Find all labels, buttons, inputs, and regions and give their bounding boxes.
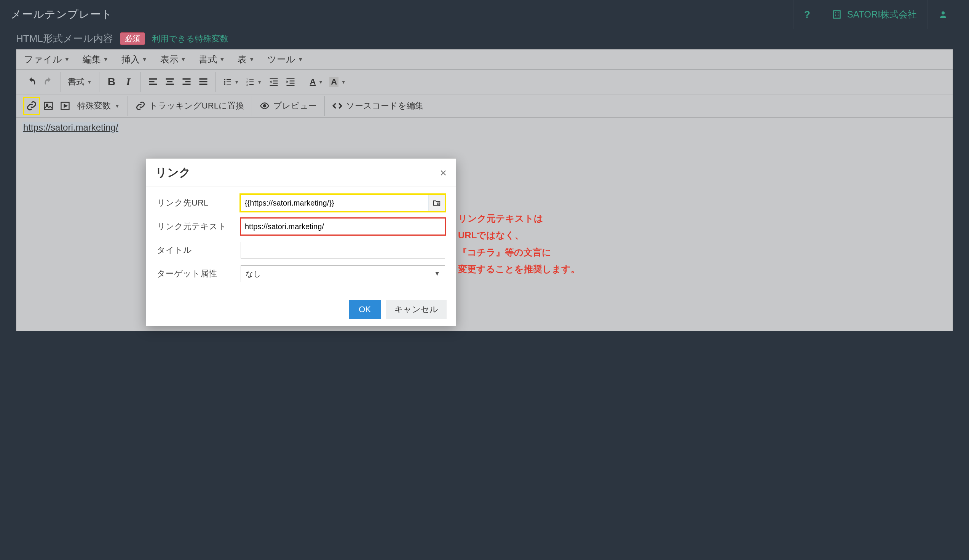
building-icon (832, 10, 842, 20)
svg-rect-27 (250, 79, 253, 80)
insert-media-button[interactable] (57, 97, 73, 115)
company-selector[interactable]: SATORI株式会社 (821, 0, 927, 29)
bold-button[interactable]: B (103, 73, 120, 90)
topbar-actions: ? SATORI株式会社 (793, 0, 958, 29)
svg-point-22 (224, 81, 225, 83)
dialog-footer: OK キャンセル (146, 293, 456, 326)
svg-rect-29 (250, 81, 253, 82)
indent-button[interactable] (282, 73, 299, 90)
svg-rect-16 (182, 84, 190, 85)
format-dropdown-label: 書式 (68, 76, 85, 88)
target-value: なし (246, 269, 261, 279)
media-icon (60, 100, 70, 111)
target-select[interactable]: なし ▼ (241, 265, 445, 282)
format-dropdown[interactable]: 書式▼ (65, 73, 95, 90)
redo-icon (43, 76, 54, 87)
text-color-button[interactable]: A ▼ (307, 73, 327, 90)
chevron-down-icon: ▼ (434, 270, 440, 277)
bullet-list-button[interactable]: ▼ (220, 73, 243, 90)
svg-rect-34 (273, 83, 278, 83)
chevron-down-icon: ▼ (318, 79, 323, 85)
align-justify-button[interactable] (195, 73, 212, 90)
number-list-button[interactable]: 123▼ (243, 73, 265, 90)
svg-rect-9 (149, 81, 154, 83)
svg-point-7 (942, 12, 945, 15)
svg-rect-10 (149, 84, 157, 85)
number-list-icon: 123 (246, 77, 255, 86)
menu-tools[interactable]: ツール▼ (267, 53, 303, 65)
chevron-down-icon: ▼ (219, 56, 225, 62)
chevron-down-icon: ▼ (181, 56, 186, 62)
editor-toolbar-2: 特殊変数▼ トラッキングURLに置換 プレビュー ソースコードを編集 (17, 95, 952, 118)
menu-view[interactable]: 表示▼ (160, 53, 186, 65)
menu-insert[interactable]: 挿入▼ (122, 53, 147, 65)
special-vars-link[interactable]: 利用できる特殊変数 (152, 33, 228, 45)
svg-rect-23 (226, 81, 231, 82)
svg-point-20 (224, 79, 225, 80)
dialog-body: リンク先URL リンク元テキスト タイトル (146, 187, 456, 293)
svg-rect-38 (290, 83, 294, 83)
svg-text:2: 2 (246, 81, 248, 83)
svg-rect-31 (250, 84, 253, 85)
link-dialog: リンク × リンク先URL リンク元テキスト タイトル (146, 158, 456, 326)
special-vars-dropdown[interactable]: 特殊変数▼ (73, 97, 124, 115)
chevron-down-icon: ▼ (64, 56, 70, 62)
annotation-line: 『コチラ』等の文言に (458, 244, 580, 261)
bullet-list-icon (223, 77, 232, 86)
menu-table[interactable]: 表▼ (238, 53, 254, 65)
code-icon (332, 101, 342, 111)
bg-color-icon: A (330, 77, 338, 87)
svg-rect-37 (290, 81, 294, 81)
redo-button[interactable] (40, 73, 57, 90)
undo-button[interactable] (23, 73, 40, 90)
link-icon (26, 100, 37, 111)
editor-menubar: ファイル▼ 編集▼ 挿入▼ 表示▼ 書式▼ 表▼ ツール▼ (17, 50, 952, 70)
align-left-button[interactable] (145, 73, 162, 90)
bg-color-button[interactable]: A ▼ (326, 73, 349, 90)
selected-link[interactable]: https://satori.marketing/ (22, 122, 119, 133)
company-name: SATORI株式会社 (847, 8, 917, 20)
dialog-close-button[interactable]: × (440, 166, 446, 179)
svg-rect-14 (182, 78, 190, 80)
align-right-button[interactable] (178, 73, 195, 90)
tracking-url-button[interactable]: トラッキングURLに置換 (132, 97, 248, 115)
title-input[interactable] (241, 242, 445, 259)
insert-link-button[interactable] (23, 97, 40, 115)
chevron-down-icon: ▼ (257, 79, 262, 85)
user-menu[interactable] (927, 0, 958, 29)
url-input[interactable] (241, 194, 428, 211)
chevron-down-icon: ▼ (103, 56, 108, 62)
svg-rect-32 (270, 78, 278, 79)
svg-rect-39 (286, 85, 294, 86)
ok-button[interactable]: OK (349, 300, 381, 319)
menu-file[interactable]: ファイル▼ (24, 53, 70, 65)
section-header: HTML形式メール内容 必須 利用できる特殊変数 (0, 29, 969, 49)
page-title: メールテンプレート (11, 7, 793, 22)
text-input[interactable] (241, 218, 445, 235)
svg-rect-12 (167, 81, 173, 83)
preview-button[interactable]: プレビュー (256, 97, 321, 115)
menu-format[interactable]: 書式▼ (199, 53, 225, 65)
source-code-button[interactable]: ソースコードを編集 (329, 97, 427, 115)
svg-rect-35 (270, 85, 278, 86)
outdent-icon (268, 76, 279, 87)
outdent-button[interactable] (265, 73, 282, 90)
annotation-line: リンク元テキストは (458, 210, 580, 227)
chevron-down-icon: ▼ (234, 79, 240, 85)
align-justify-icon (198, 76, 209, 87)
insert-image-button[interactable] (40, 97, 57, 115)
cancel-button[interactable]: キャンセル (386, 300, 446, 319)
menu-view-label: 表示 (160, 53, 178, 65)
italic-button[interactable]: I (120, 73, 137, 90)
top-bar: メールテンプレート ? SATORI株式会社 (0, 0, 969, 29)
help-button[interactable]: ? (793, 0, 821, 29)
editor-toolbar-1: 書式▼ B I ▼ 123▼ A ▼ A ▼ (17, 70, 952, 95)
svg-rect-33 (273, 81, 278, 81)
browse-button[interactable] (428, 194, 445, 211)
align-right-icon (181, 76, 192, 87)
menu-edit[interactable]: 編集▼ (83, 53, 108, 65)
chevron-down-icon: ▼ (115, 103, 120, 109)
align-center-button[interactable] (162, 73, 178, 90)
chevron-down-icon: ▼ (142, 56, 147, 62)
svg-rect-40 (45, 102, 53, 110)
